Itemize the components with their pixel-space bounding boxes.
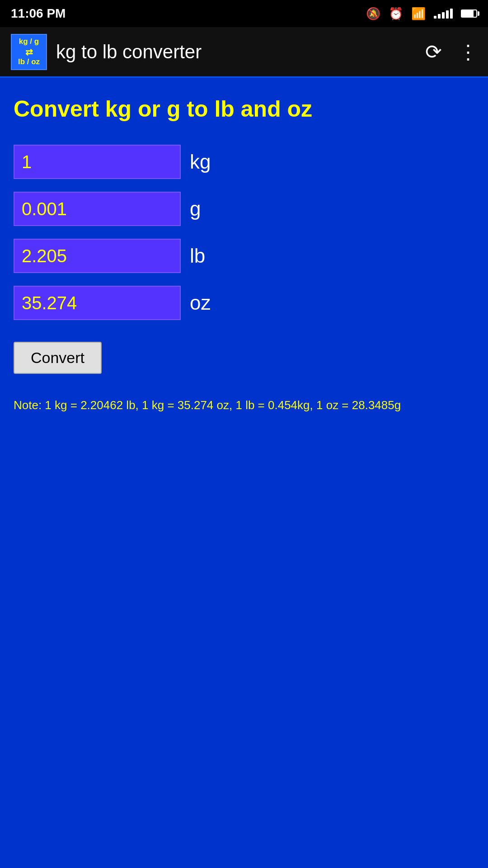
unit-label-kg: kg	[190, 151, 211, 173]
input-row-oz: oz	[14, 286, 474, 320]
lb-input[interactable]	[14, 239, 181, 273]
status-icons: 🔕 ⏰ 📶	[366, 7, 477, 21]
logo-line2: lb / oz	[18, 57, 40, 66]
convert-button[interactable]: Convert	[14, 342, 102, 374]
refresh-button[interactable]: ⟳	[425, 40, 442, 63]
input-row-kg: kg	[14, 145, 474, 179]
app-title: kg to lb converter	[56, 41, 425, 63]
wifi-icon: 📶	[411, 7, 426, 21]
status-time: 11:06 PM	[11, 6, 66, 21]
app-logo: kg / g ⇄ lb / oz	[11, 34, 47, 70]
logo-arrow: ⇄	[25, 47, 33, 57]
signal-icon	[434, 9, 453, 19]
status-bar: 11:06 PM 🔕 ⏰ 📶	[0, 0, 488, 27]
app-bar-actions: ⟳ ⋮	[425, 40, 477, 63]
mute-icon: 🔕	[366, 7, 380, 21]
page-title: Convert kg or g to lb and oz	[14, 96, 474, 122]
g-input[interactable]	[14, 192, 181, 226]
input-row-lb: lb	[14, 239, 474, 273]
battery-icon	[461, 9, 477, 18]
input-rows: kgglboz	[14, 145, 474, 320]
menu-button[interactable]: ⋮	[458, 40, 477, 63]
note-text: Note: 1 kg = 2.20462 lb, 1 kg = 35.274 o…	[14, 396, 474, 414]
unit-label-g: g	[190, 198, 201, 220]
unit-label-lb: lb	[190, 245, 205, 267]
unit-label-oz: oz	[190, 292, 211, 314]
oz-input[interactable]	[14, 286, 181, 320]
logo-line1: kg / g	[19, 37, 39, 46]
kg-input[interactable]	[14, 145, 181, 179]
main-content: Convert kg or g to lb and oz kgglboz Con…	[0, 78, 488, 428]
input-row-g: g	[14, 192, 474, 226]
app-bar: kg / g ⇄ lb / oz kg to lb converter ⟳ ⋮	[0, 27, 488, 78]
alarm-icon: ⏰	[389, 7, 403, 21]
